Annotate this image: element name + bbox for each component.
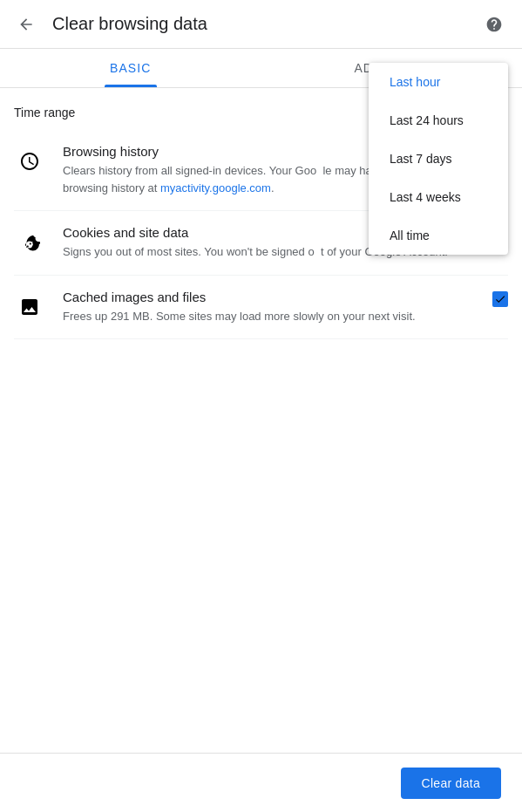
cached-title: Cached images and files [63,290,475,304]
cached-desc: Frees up 291 MB. Some sites may load mor… [63,308,475,325]
cookie-icon [14,227,45,258]
clear-data-button[interactable]: Clear data [401,768,501,799]
header: Clear browsing data [0,0,522,49]
clock-icon [14,146,45,177]
checkbox-checked-icon [492,291,508,307]
help-button[interactable] [480,10,508,38]
myactivity-link[interactable]: myactivity.google.com [160,181,271,194]
dropdown-option-last-7-days[interactable]: Last 7 days [369,140,508,178]
cached-checkbox[interactable] [492,291,508,307]
dropdown-option-last-24-hours[interactable]: Last 24 hours [369,101,508,140]
bottom-bar: Clear data [0,753,522,812]
image-icon [14,291,45,323]
dropdown-option-last-4-weeks[interactable]: Last 4 weeks [369,178,508,216]
cached-row: Cached images and files Frees up 291 MB.… [14,276,508,340]
tab-basic[interactable]: BASIC [0,49,261,87]
page-title: Clear browsing data [52,14,207,34]
dropdown-option-all-time[interactable]: All time [369,216,508,255]
dropdown-option-last-hour[interactable]: Last hour [369,63,508,101]
cached-content: Cached images and files Frees up 291 MB.… [63,290,475,325]
header-left: Clear browsing data [14,12,207,37]
back-button[interactable] [14,12,38,37]
time-range-dropdown-menu[interactable]: Last hour Last 24 hours Last 7 days Last… [369,63,508,255]
